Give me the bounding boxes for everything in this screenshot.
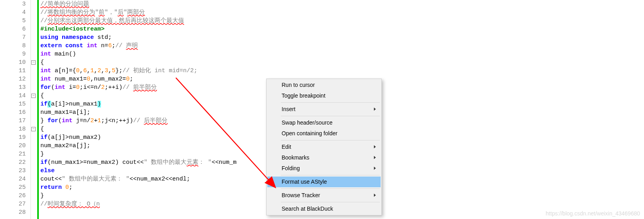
line-number: 22 [0,158,26,167]
line-number: 3 [0,0,26,8]
line-number: 25 [0,183,26,192]
fold-column[interactable]: −−− [31,0,37,219]
line-number: 10 [0,58,26,67]
line-number: 19 [0,133,26,142]
menu-item-toggle-breakpoint[interactable]: Toggle breakpoint [267,90,381,101]
menu-item-label: Format use AStyle [282,179,327,185]
line-number: 27 [0,200,26,208]
line-number: 24 [0,175,26,183]
menu-item-folding[interactable]: Folding [267,163,381,174]
code-line[interactable]: //分别求出这两部分最大值，然后再比较这两个最大值 [40,17,644,25]
chevron-right-icon [374,167,376,170]
code-line[interactable]: //简单的分治问题 [40,0,644,8]
line-number: 5 [0,17,26,25]
menu-item-label: Open containing folder [282,130,337,136]
menu-item-insert[interactable]: Insert [267,104,381,115]
menu-item-run-to-cursor[interactable]: Run to cursor [267,80,381,90]
menu-item-label: Toggle breakpoint [282,92,326,99]
menu-item-label: Run to cursor [282,82,315,88]
line-number: 7 [0,33,26,42]
code-line[interactable]: extern const int n=6;// 声明 [40,42,644,50]
menu-separator [281,102,380,103]
menu-separator [281,202,380,202]
menu-item-browse-tracker[interactable]: Browse Tracker [267,190,381,201]
code-line[interactable]: //将数组均衡的分为"前"，"后"两部分 [40,8,644,17]
line-number: 17 [0,117,26,125]
line-number: 6 [0,25,26,33]
line-number: 23 [0,167,26,175]
menu-item-bookmarks[interactable]: Bookmarks [267,152,381,163]
line-number: 9 [0,50,26,58]
menu-item-label: Bookmarks [282,154,309,161]
menu-separator [281,175,380,175]
menu-item-label: Folding [282,165,300,171]
code-line[interactable]: using namespace std; [40,33,644,42]
menu-item-label: Search at BlackDuck [282,206,333,212]
menu-item-label: Edit [282,144,291,150]
chevron-right-icon [374,108,376,111]
menu-item-label: Insert [282,106,295,112]
code-line[interactable]: int main() [40,50,644,58]
line-number: 4 [0,8,26,17]
menu-separator [281,140,380,140]
menu-item-label: Browse Tracker [282,192,320,198]
menu-item-label: Swap header/source [282,119,332,126]
line-number: 12 [0,75,26,83]
line-number-gutter: 3456789101112131415161718192021222324252… [0,0,31,219]
line-number: 18 [0,125,26,133]
menu-item-swap-header-source[interactable]: Swap header/source [267,117,381,128]
code-line[interactable]: int a[n]={0,6,1,2,3,5};// 初始化 int mid=n/… [40,67,644,75]
line-number: 13 [0,83,26,92]
chevron-right-icon [374,145,376,148]
line-number: 8 [0,42,26,50]
menu-item-open-containing-folder[interactable]: Open containing folder [267,128,381,139]
watermark-text: https://blog.csdn.net/weixin_43469680 [546,210,640,217]
line-number: 16 [0,108,26,117]
line-number: 21 [0,150,26,158]
fold-toggle[interactable]: − [31,94,36,98]
chevron-right-icon [374,194,376,197]
code-line[interactable]: { [40,58,644,67]
context-menu: Run to cursorToggle breakpointInsertSwap… [266,79,382,215]
line-number: 26 [0,192,26,200]
menu-item-search-at-blackduck[interactable]: Search at BlackDuck [267,204,381,214]
line-number: 14 [0,92,26,100]
line-number: 11 [0,67,26,75]
fold-toggle[interactable]: − [31,60,36,65]
line-number: 15 [0,100,26,108]
code-line[interactable]: #include<iostream> [40,25,644,33]
menu-separator [281,188,380,189]
line-number: 28 [0,208,26,217]
chevron-right-icon [374,156,376,159]
fold-toggle[interactable]: − [31,127,36,131]
menu-item-edit[interactable]: Edit [267,142,381,152]
menu-separator [281,116,380,116]
menu-item-format-use-astyle[interactable]: Format use AStyle [267,177,381,187]
line-number: 20 [0,142,26,150]
